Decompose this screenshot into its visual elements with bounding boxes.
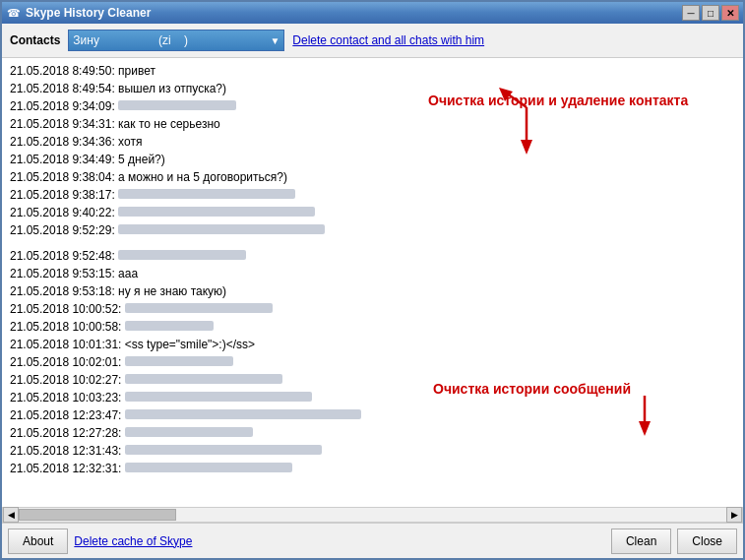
message-row: 21.05.2018 9:53:15: ааа [10,265,735,282]
blurred-content [118,189,295,199]
message-timestamp: 21.05.2018 9:34:31: [10,117,118,131]
blurred-content [125,303,273,313]
message-timestamp: 21.05.2018 8:49:54: [10,82,118,95]
message-row: 21.05.2018 9:53:18: ну я не знаю такую) [10,282,735,300]
message-text: 5 дней?) [118,153,165,166]
blurred-content [118,250,246,260]
message-row: 21.05.2018 9:34:31: как то не серьезно [10,115,735,133]
blurred-content [118,100,236,110]
contacts-label: Contacts [10,33,60,47]
message-timestamp: 21.05.2018 9:53:15: [10,267,118,280]
blurred-content [118,224,325,234]
message-text: <ss type="smile">:)</ss> [125,338,255,351]
message-timestamp: 21.05.2018 12:31:43: [10,444,125,458]
message-row: 21.05.2018 10:03:23: [10,389,735,406]
message-timestamp: 21.05.2018 12:32:31: [10,462,125,475]
message-row: 21.05.2018 9:34:49: 5 дней?) [10,151,735,168]
message-text: хотя [118,135,142,149]
message-timestamp: 21.05.2018 10:02:01: [10,355,125,369]
message-timestamp: 21.05.2018 9:34:09: [10,99,118,113]
message-separator [10,239,735,247]
title-bar: ☎ Skype History Cleaner ─ □ ✕ [2,2,743,24]
message-timestamp: 21.05.2018 8:49:50: [10,64,118,78]
delete-cache-link[interactable]: Delete cache of Skype [74,534,192,548]
toolbar: Contacts Зину (zi ) ▼ Delete contact and… [2,24,743,58]
message-row: 21.05.2018 10:00:52: [10,300,735,318]
message-row: 21.05.2018 9:40:22: [10,204,735,221]
message-timestamp: 21.05.2018 10:00:58: [10,320,125,334]
message-timestamp: 21.05.2018 10:00:52: [10,302,125,316]
message-text: ну я не знаю такую) [118,284,226,298]
blurred-content [125,463,292,472]
message-row: 21.05.2018 8:49:54: вышел из отпуска?) [10,80,735,97]
main-window: ☎ Skype History Cleaner ─ □ ✕ Contacts З… [0,0,745,560]
message-row: 21.05.2018 12:32:31: [10,460,735,477]
message-timestamp: 21.05.2018 9:34:49: [10,153,118,166]
message-timestamp: 21.05.2018 10:03:23: [10,391,125,404]
message-timestamp: 21.05.2018 9:38:17: [10,188,118,202]
scrollbar-thumb[interactable] [19,509,176,521]
contact-dropdown[interactable]: Зину (zi ) ▼ [68,30,284,51]
minimize-button[interactable]: ─ [682,5,700,21]
about-button[interactable]: About [8,529,68,554]
message-timestamp: 21.05.2018 10:01:31: [10,338,125,351]
blurred-content [125,356,233,366]
message-text: привет [118,64,155,78]
window-title: Skype History Cleaner [26,6,682,20]
app-icon: ☎ [6,5,22,21]
message-row: 21.05.2018 9:52:29: [10,221,735,239]
message-timestamp: 21.05.2018 9:38:04: [10,170,118,184]
message-row: 21.05.2018 10:01:31: <ss type="smile">:)… [10,336,735,353]
message-timestamp: 21.05.2018 12:23:47: [10,408,125,422]
close-window-button[interactable]: ✕ [721,5,739,21]
message-text: а можно и на 5 договориться?) [118,170,287,184]
message-timestamp: 21.05.2018 9:40:22: [10,206,118,219]
dropdown-arrow-icon: ▼ [270,35,279,46]
close-button[interactable]: Close [677,529,737,554]
blurred-content [118,207,315,217]
message-row: 21.05.2018 9:34:09: [10,97,735,115]
message-timestamp: 21.05.2018 12:27:28: [10,426,125,440]
message-row: 21.05.2018 12:31:43: [10,442,735,460]
chat-area[interactable]: 21.05.2018 8:49:50: привет21.05.2018 8:4… [2,58,743,507]
message-text: ааа [118,267,138,280]
message-row: 21.05.2018 9:52:48: [10,247,735,265]
message-row: 21.05.2018 9:34:36: хотя [10,133,735,151]
message-row: 21.05.2018 12:23:47: [10,406,735,424]
message-timestamp: 21.05.2018 9:52:48: [10,249,118,263]
blurred-content [125,445,322,455]
message-row: 21.05.2018 8:49:50: привет [10,62,735,80]
blurred-content [125,409,361,419]
blurred-content [125,374,282,384]
message-row: 21.05.2018 10:02:01: [10,353,735,371]
message-row: 21.05.2018 10:02:27: [10,371,735,389]
message-row: 21.05.2018 9:38:17: [10,186,735,204]
message-row: 21.05.2018 10:00:58: [10,318,735,336]
window-controls: ─ □ ✕ [682,5,739,21]
scroll-left-button[interactable]: ◀ [3,507,19,523]
blurred-content [125,392,312,402]
message-row: 21.05.2018 9:38:04: а можно и на 5 догов… [10,168,735,186]
main-content: 21.05.2018 8:49:50: привет21.05.2018 8:4… [2,58,743,507]
clean-button[interactable]: Clean [611,529,671,554]
delete-contact-link[interactable]: Delete contact and all chats with him [292,33,484,47]
message-timestamp: 21.05.2018 10:02:27: [10,373,125,387]
message-text: как то не серьезно [118,117,220,131]
scroll-right-button[interactable]: ▶ [726,507,742,523]
horizontal-scrollbar[interactable]: ◀ ▶ [2,507,743,523]
message-row: 21.05.2018 12:27:28: [10,424,735,442]
blurred-content [125,321,214,331]
message-timestamp: 21.05.2018 9:53:18: [10,284,118,298]
blurred-content [125,427,253,437]
message-text: вышел из отпуска?) [118,82,226,95]
restore-button[interactable]: □ [702,5,719,21]
bottom-bar: About Delete cache of Skype Clean Close [2,523,743,558]
contact-selected-value: Зину (zi ) [73,33,188,47]
message-timestamp: 21.05.2018 9:34:36: [10,135,118,149]
scrollbar-track [19,508,726,522]
message-timestamp: 21.05.2018 9:52:29: [10,223,118,237]
